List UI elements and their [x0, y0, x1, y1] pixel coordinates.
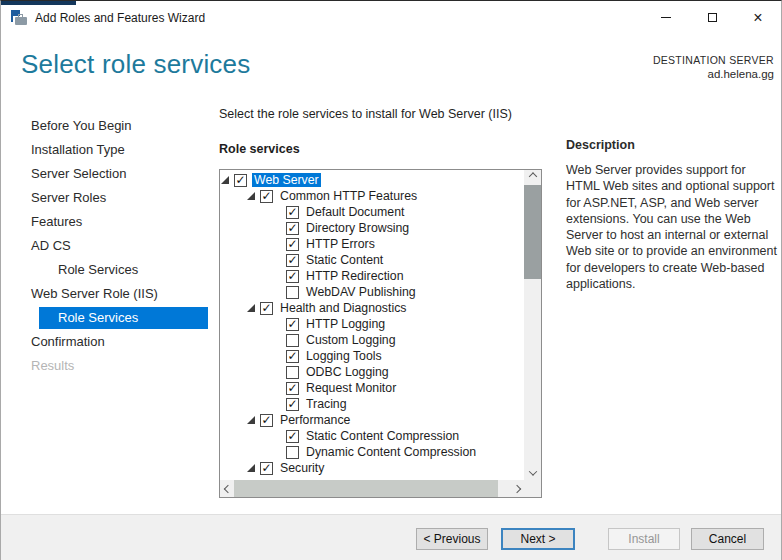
indent-spacer	[273, 400, 286, 408]
destination-server-block: DESTINATION SERVER ad.helena.gg	[653, 54, 774, 80]
checkbox-unchecked[interactable]	[286, 286, 299, 299]
tree-item-tracing[interactable]: ✓Tracing	[220, 396, 524, 412]
sidebar-item-installation-type[interactable]: Installation Type	[1, 138, 211, 162]
checkbox-checked[interactable]: ✓	[286, 398, 299, 411]
description-heading: Description	[566, 138, 778, 152]
tree-item-directory-browsing[interactable]: ✓Directory Browsing	[220, 220, 524, 236]
checkbox-unchecked[interactable]	[286, 334, 299, 347]
checkbox-checked[interactable]: ✓	[286, 270, 299, 283]
next-button[interactable]: Next >	[501, 528, 575, 550]
checkbox-checked[interactable]: ✓	[260, 190, 273, 203]
indent-spacer	[273, 352, 286, 360]
maximize-button[interactable]	[689, 2, 735, 33]
checkbox-unchecked[interactable]	[286, 366, 299, 379]
checkbox-checked[interactable]: ✓	[260, 302, 273, 315]
checkbox-checked[interactable]: ✓	[286, 222, 299, 235]
expand-triangle-icon[interactable]	[247, 416, 260, 424]
tree-item-label: Security	[278, 461, 326, 475]
sidebar-item-role-services[interactable]: Role Services	[1, 258, 211, 282]
tree-item-security[interactable]: ✓Security	[220, 460, 524, 476]
checkbox-checked[interactable]: ✓	[286, 254, 299, 267]
sidebar-item-before-you-begin[interactable]: Before You Begin	[1, 114, 211, 138]
expand-triangle-icon[interactable]	[247, 304, 260, 312]
checkbox-checked[interactable]: ✓	[260, 462, 273, 475]
close-icon: ×	[753, 10, 762, 26]
expand-triangle-icon[interactable]	[221, 176, 234, 184]
tree-item-logging-tools[interactable]: ✓Logging Tools	[220, 348, 524, 364]
tree-item-label: Request Monitor	[304, 381, 398, 395]
vertical-scrollbar-thumb[interactable]	[524, 185, 541, 279]
indent-spacer	[273, 320, 286, 328]
tree-item-dynamic-content-compression[interactable]: Dynamic Content Compression	[220, 444, 524, 460]
indent-spacer	[273, 384, 286, 392]
window-controls: ×	[643, 2, 781, 33]
indent-spacer	[273, 208, 286, 216]
tree-item-http-errors[interactable]: ✓HTTP Errors	[220, 236, 524, 252]
checkbox-checked[interactable]: ✓	[286, 318, 299, 331]
scroll-down-button[interactable]	[524, 465, 541, 480]
tree-item-common-http-features[interactable]: ✓Common HTTP Features	[220, 188, 524, 204]
top-accent-bar	[1, 1, 76, 5]
tree-item-default-document[interactable]: ✓Default Document	[220, 204, 524, 220]
sidebar-item-confirmation[interactable]: Confirmation	[1, 330, 211, 354]
tree-item-odbc-logging[interactable]: ODBC Logging	[220, 364, 524, 380]
tree-item-label: Tracing	[304, 397, 349, 411]
cancel-button[interactable]: Cancel	[691, 528, 764, 550]
close-button[interactable]: ×	[735, 2, 781, 33]
sidebar-item-server-roles[interactable]: Server Roles	[1, 186, 211, 210]
minimize-icon	[661, 17, 671, 18]
tree-item-static-content-compression[interactable]: ✓Static Content Compression	[220, 428, 524, 444]
scroll-up-button[interactable]	[524, 170, 541, 185]
tree-item-webdav-publishing[interactable]: WebDAV Publishing	[220, 284, 524, 300]
scroll-left-button[interactable]	[220, 480, 235, 497]
checkbox-checked[interactable]: ✓	[286, 430, 299, 443]
horizontal-scrollbar-thumb[interactable]	[234, 480, 498, 497]
chevron-down-icon	[528, 467, 536, 475]
tree-item-label: Web Server	[252, 173, 321, 187]
vertical-scrollbar[interactable]	[524, 170, 541, 480]
expand-triangle-icon[interactable]	[247, 464, 260, 472]
tree-item-label: Default Document	[304, 205, 406, 219]
tree-item-label: WebDAV Publishing	[304, 285, 418, 299]
checkbox-checked[interactable]: ✓	[234, 174, 247, 187]
sidebar-item-ad-cs[interactable]: AD CS	[1, 234, 211, 258]
tree-item-label: Performance	[278, 413, 352, 427]
minimize-button[interactable]	[643, 2, 689, 33]
tree-item-health-and-diagnostics[interactable]: ✓Health and Diagnostics	[220, 300, 524, 316]
sidebar-item-server-selection[interactable]: Server Selection	[1, 162, 211, 186]
checkbox-checked[interactable]: ✓	[286, 238, 299, 251]
tree-item-web-server[interactable]: ✓Web Server	[220, 172, 524, 188]
sidebar-item-features[interactable]: Features	[1, 210, 211, 234]
destination-server-label: DESTINATION SERVER	[653, 54, 774, 66]
tree-item-label: Custom Logging	[304, 333, 398, 347]
tree-item-performance[interactable]: ✓Performance	[220, 412, 524, 428]
indent-spacer	[273, 240, 286, 248]
checkbox-unchecked[interactable]	[286, 446, 299, 459]
description-text: Web Server provides support for HTML Web…	[566, 162, 778, 292]
tree-item-label: Static Content Compression	[304, 429, 461, 443]
checkbox-checked[interactable]: ✓	[286, 206, 299, 219]
sidebar-nav: Before You BeginInstallation TypeServer …	[1, 114, 211, 378]
horizontal-scrollbar[interactable]	[220, 480, 524, 497]
checkbox-checked[interactable]: ✓	[286, 382, 299, 395]
tree-item-custom-logging[interactable]: Custom Logging	[220, 332, 524, 348]
tree-item-http-redirection[interactable]: ✓HTTP Redirection	[220, 268, 524, 284]
previous-button[interactable]: < Previous	[416, 528, 488, 550]
maximize-icon	[708, 13, 717, 22]
role-services-tree-panel: ✓Web Server✓Common HTTP Features✓Default…	[219, 169, 542, 498]
tree-item-http-logging[interactable]: ✓HTTP Logging	[220, 316, 524, 332]
indent-spacer	[273, 288, 286, 296]
sidebar-item-web-server-role-iis[interactable]: Web Server Role (IIS)	[1, 282, 211, 306]
checkbox-checked[interactable]: ✓	[260, 414, 273, 427]
page-title: Select role services	[21, 49, 250, 80]
install-button: Install	[608, 528, 680, 550]
add-roles-wizard-icon	[11, 10, 27, 26]
tree-item-request-monitor[interactable]: ✓Request Monitor	[220, 380, 524, 396]
tree-item-static-content[interactable]: ✓Static Content	[220, 252, 524, 268]
scroll-right-button[interactable]	[509, 480, 524, 497]
tree-item-label: ODBC Logging	[304, 365, 391, 379]
checkbox-checked[interactable]: ✓	[286, 350, 299, 363]
tree-item-label: Logging Tools	[304, 349, 384, 363]
expand-triangle-icon[interactable]	[247, 192, 260, 200]
sidebar-item-role-services[interactable]: Role Services	[39, 307, 208, 329]
